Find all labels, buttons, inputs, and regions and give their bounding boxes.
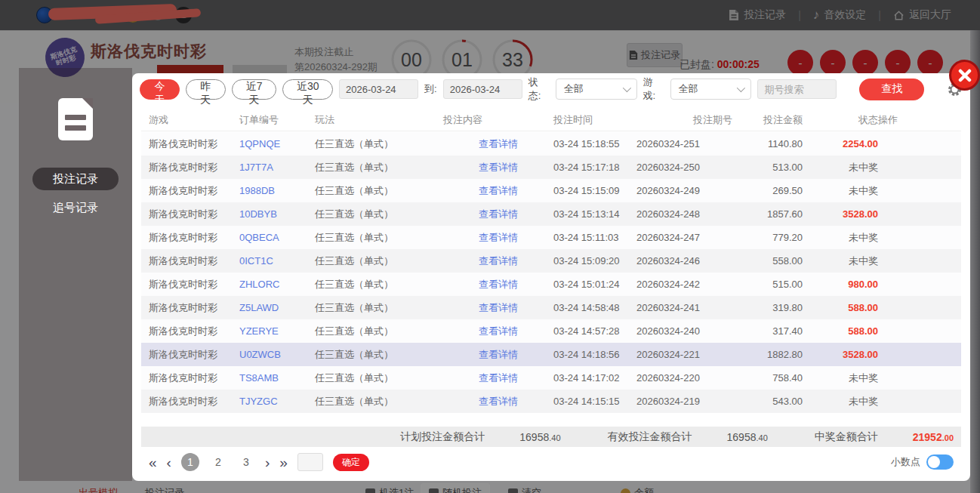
view-details-link[interactable]: 查看详情 — [443, 208, 553, 221]
cell-play-type: 任三直选（单式） — [315, 254, 443, 268]
summary-label: 计划投注金额合计 — [400, 430, 485, 444]
game-select[interactable]: 全部 — [670, 79, 752, 100]
table-row: 斯洛伐克时时彩 TJYZGC 任三直选（单式） 查看详情 03-24 14:15… — [141, 390, 961, 413]
find-button[interactable]: 查找 — [859, 79, 924, 100]
page-number-button[interactable]: 1 — [181, 453, 199, 471]
order-id-link[interactable]: 1J7T7A — [239, 162, 315, 173]
order-id-link[interactable]: 1988DB — [239, 185, 315, 196]
cell-bet-period: 20260324-247 — [636, 232, 732, 243]
date-to-label: 到: — [424, 82, 437, 96]
order-id-link[interactable]: 10DBYB — [239, 208, 315, 220]
cell-status: 3528.00 — [803, 349, 878, 360]
status-select[interactable]: 全部 — [556, 79, 637, 100]
cell-game: 斯洛伐克时时彩 — [149, 254, 239, 268]
view-details-link[interactable]: 查看详情 — [443, 254, 553, 268]
cell-bet-amount: 1882.80 — [732, 349, 803, 360]
view-details-link[interactable]: 查看详情 — [443, 348, 553, 362]
cell-bet-amount: 779.20 — [732, 232, 803, 243]
cell-bet-time: 03-24 14:58:48 — [553, 302, 636, 313]
summary-value: 21952.00 — [913, 431, 954, 443]
view-details-link[interactable]: 查看详情 — [443, 184, 553, 198]
next-page-button[interactable]: › — [265, 455, 270, 470]
view-details-link[interactable]: 查看详情 — [443, 161, 553, 174]
column-header: 投注内容 — [443, 113, 553, 127]
game-select-value: 全部 — [679, 82, 698, 96]
table-row: 斯洛伐克时时彩 10DBYB 任三直选（单式） 查看详情 03-24 15:13… — [141, 202, 961, 226]
view-details-link[interactable]: 查看详情 — [443, 278, 553, 291]
cell-bet-time: 03-24 14:57:28 — [553, 325, 636, 337]
table-row: 斯洛伐克时时彩 U0ZWCB 任三直选（单式） 查看详情 03-24 14:18… — [141, 343, 961, 366]
page-number-button[interactable]: 3 — [237, 453, 255, 471]
view-details-link[interactable]: 查看详情 — [443, 371, 553, 385]
cell-bet-time: 03-24 15:11:03 — [553, 232, 636, 243]
summary-bar: 计划投注金额合计 16958.40 有效投注金额合计 16958.40 中奖金额… — [141, 427, 961, 447]
game-label: 游戏: — [643, 75, 664, 103]
modal-sidebar: 投注记录追号记录 — [19, 68, 132, 481]
cell-bet-period: 20260324-219 — [636, 396, 732, 407]
sidebar-item[interactable]: 追号记录 — [32, 196, 119, 219]
sidebar-item[interactable]: 投注记录 — [32, 168, 119, 190]
filter-bar: 今天昨天近7天近30天 到: 状态: 全部 游戏: 全部 查找 — [140, 78, 963, 100]
table-row: 斯洛伐克时时彩 TS8AMB 任三直选（单式） 查看详情 03-24 14:17… — [141, 366, 961, 390]
cell-play-type: 任三直选（单式） — [315, 137, 443, 151]
summary-value: 16958.40 — [519, 431, 560, 443]
view-details-link[interactable]: 查看详情 — [443, 325, 553, 338]
cell-status: 2254.00 — [803, 138, 878, 149]
cell-status: 3528.00 — [803, 208, 878, 220]
date-from-input[interactable] — [339, 79, 418, 99]
decimal-toggle-switch[interactable] — [926, 454, 954, 470]
confirm-page-button[interactable]: 确定 — [333, 454, 369, 471]
page-jump-input[interactable] — [297, 453, 323, 471]
order-id-link[interactable]: U0ZWCB — [239, 349, 315, 360]
view-details-link[interactable]: 查看详情 — [443, 137, 553, 151]
cell-status: 588.00 — [803, 302, 878, 313]
summary-label: 中奖金额合计 — [815, 430, 878, 444]
summary-value-dec: .00 — [942, 433, 954, 442]
close-icon — [957, 68, 972, 83]
view-details-link[interactable]: 查看详情 — [443, 301, 553, 315]
last-page-button[interactable]: » — [279, 455, 288, 470]
cell-play-type: 任三直选（单式） — [315, 348, 443, 362]
column-header: 投注时间 — [553, 113, 636, 127]
cell-bet-period: 20260324-241 — [636, 302, 732, 313]
view-details-link[interactable]: 查看详情 — [443, 395, 553, 408]
cell-status: 未中奖 — [803, 161, 878, 174]
prev-page-button[interactable]: ‹ — [167, 455, 171, 470]
table-row: 斯洛伐克时时彩 0ICT1C 任三直选（单式） 查看详情 03-24 15:09… — [141, 249, 961, 273]
status-select-value: 全部 — [564, 82, 584, 96]
cell-status: 未中奖 — [803, 254, 878, 268]
view-details-link[interactable]: 查看详情 — [443, 231, 553, 245]
order-id-link[interactable]: Z5LAWD — [239, 302, 315, 313]
modal-close-button[interactable] — [949, 60, 980, 91]
summary-value: 16958.40 — [727, 431, 768, 443]
cell-play-type: 任三直选（单式） — [315, 371, 443, 385]
order-id-link[interactable]: 0ICT1C — [239, 255, 315, 267]
column-header: 订单编号 — [239, 113, 315, 127]
order-id-link[interactable]: TJYZGC — [239, 396, 315, 407]
quick-filter-button[interactable]: 近30天 — [282, 79, 333, 100]
date-to-input[interactable] — [443, 79, 522, 99]
quick-filter-button[interactable]: 近7天 — [232, 79, 277, 100]
column-header: 游戏 — [149, 113, 239, 127]
cell-play-type: 任三直选（单式） — [315, 161, 443, 174]
period-search-input[interactable] — [757, 79, 837, 99]
order-id-link[interactable]: YZERYE — [239, 325, 315, 337]
order-id-link[interactable]: 1QPNQE — [239, 138, 315, 149]
cell-bet-amount: 543.00 — [732, 396, 803, 407]
order-id-link[interactable]: 0QBECA — [239, 232, 315, 243]
first-page-button[interactable]: « — [149, 455, 157, 470]
order-id-link[interactable]: ZHLORC — [239, 279, 315, 290]
cell-bet-amount: 513.00 — [732, 162, 803, 173]
page-scrollbar[interactable] — [970, 30, 980, 493]
cell-bet-period: 20260324-221 — [636, 349, 732, 360]
page-number-button[interactable]: 2 — [209, 453, 227, 471]
cell-bet-amount: 515.00 — [732, 279, 803, 290]
order-id-link[interactable]: TS8AMB — [239, 372, 315, 384]
summary-value-int: 21952 — [913, 431, 942, 443]
cell-bet-period: 20260324-248 — [636, 208, 732, 220]
pagination-controls: « ‹ 123 › » 确定 — [149, 453, 369, 471]
column-header: 状态 — [803, 113, 878, 127]
quick-filter-button[interactable]: 今天 — [140, 79, 180, 100]
cell-game: 斯洛伐克时时彩 — [149, 348, 239, 362]
quick-filter-button[interactable]: 昨天 — [186, 79, 226, 100]
